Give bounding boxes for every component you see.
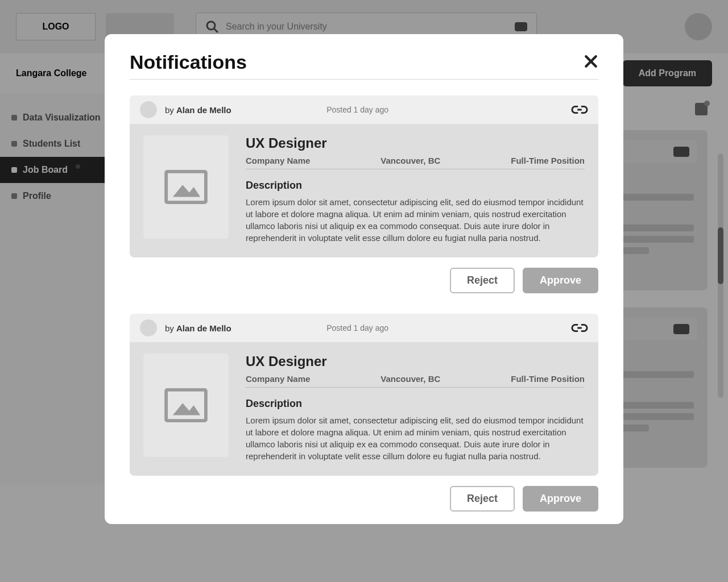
- reject-button[interactable]: Reject: [450, 268, 515, 293]
- close-button[interactable]: [584, 53, 598, 72]
- description-label: Description: [246, 180, 585, 192]
- company-name: Company Name: [246, 374, 310, 384]
- job-image-placeholder: [143, 135, 229, 239]
- job-details: UX Designer Company Name Vancouver, BC F…: [246, 354, 585, 462]
- approve-button[interactable]: Approve: [523, 486, 598, 512]
- job-title: UX Designer: [246, 354, 585, 369]
- description-text: Lorem ipsum dolor sit amet, consectetur …: [246, 414, 585, 462]
- image-icon: [164, 388, 208, 423]
- notification-header: by Alan de Mello Posted 1 day ago: [130, 314, 598, 342]
- job-location: Vancouver, BC: [380, 374, 440, 384]
- modal-title: Notifications: [130, 51, 247, 73]
- position-type: Full-Time Position: [511, 374, 585, 384]
- notification-card: by Alan de Mello Posted 1 day ago UX Des…: [130, 314, 598, 476]
- job-details: UX Designer Company Name Vancouver, BC F…: [246, 135, 585, 244]
- notification-header: by Alan de Mello Posted 1 day ago: [130, 95, 598, 124]
- job-meta-row: Company Name Vancouver, BC Full-Time Pos…: [246, 369, 585, 388]
- svg-rect-4: [166, 172, 206, 202]
- notification-card: by Alan de Mello Posted 1 day ago UX Des…: [130, 95, 598, 257]
- svg-marker-5: [173, 185, 200, 197]
- open-link-button[interactable]: [571, 104, 588, 115]
- company-name: Company Name: [246, 156, 310, 165]
- open-link-button[interactable]: [571, 322, 588, 334]
- job-image-placeholder: [143, 354, 229, 457]
- image-icon: [164, 169, 208, 205]
- svg-marker-7: [173, 403, 200, 415]
- modal-header: Notifications: [130, 51, 598, 80]
- link-icon: [571, 104, 588, 115]
- notification-body: UX Designer Company Name Vancouver, BC F…: [130, 342, 598, 476]
- description-label: Description: [246, 398, 585, 410]
- author-avatar: [140, 319, 157, 336]
- position-type: Full-Time Position: [511, 156, 585, 165]
- posted-time: Posted 1 day ago: [326, 323, 388, 332]
- link-icon: [571, 322, 588, 334]
- notifications-modal: Notifications by Alan de Mello Posted 1 …: [105, 34, 623, 524]
- reject-button[interactable]: Reject: [450, 486, 515, 512]
- posted-time: Posted 1 day ago: [326, 105, 388, 114]
- notifications-list: by Alan de Mello Posted 1 day ago UX Des…: [130, 95, 598, 512]
- job-location: Vancouver, BC: [380, 156, 440, 165]
- notification-body: UX Designer Company Name Vancouver, BC F…: [130, 124, 598, 257]
- job-title: UX Designer: [246, 135, 585, 151]
- approve-button[interactable]: Approve: [523, 268, 598, 293]
- job-meta-row: Company Name Vancouver, BC Full-Time Pos…: [246, 151, 585, 169]
- description-text: Lorem ipsum dolor sit amet, consectetur …: [246, 196, 585, 244]
- svg-rect-6: [166, 390, 206, 421]
- close-icon: [584, 54, 598, 69]
- author-name: by Alan de Mello: [165, 323, 231, 333]
- author-avatar: [140, 101, 157, 118]
- notification-actions: Reject Approve: [130, 268, 598, 293]
- notification-actions: Reject Approve: [130, 486, 598, 512]
- author-name: by Alan de Mello: [165, 105, 231, 115]
